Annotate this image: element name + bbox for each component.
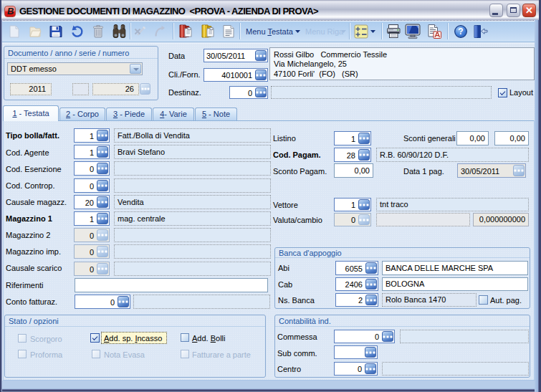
svg-text:?: ?	[458, 27, 463, 37]
